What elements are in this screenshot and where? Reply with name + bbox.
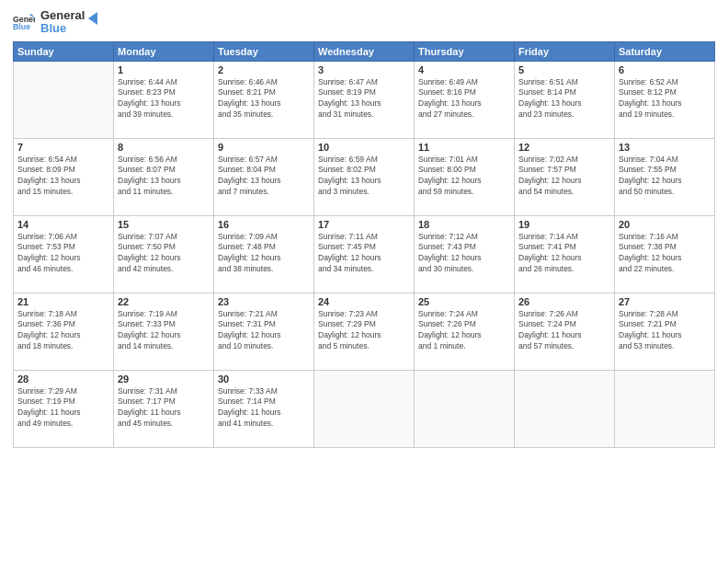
svg-marker-3 <box>88 12 97 25</box>
calendar-cell: 17Sunrise: 7:11 AM Sunset: 7:45 PM Dayli… <box>314 215 415 293</box>
day-number: 19 <box>518 219 610 230</box>
calendar-cell <box>515 370 615 447</box>
svg-text:Blue: Blue <box>13 23 30 32</box>
calendar-cell: 19Sunrise: 7:14 AM Sunset: 7:41 PM Dayli… <box>515 215 615 293</box>
calendar-cell <box>14 61 114 138</box>
calendar-cell: 18Sunrise: 7:12 AM Sunset: 7:43 PM Dayli… <box>415 215 515 293</box>
col-tuesday: Tuesday <box>214 41 314 61</box>
calendar-week-row: 7Sunrise: 6:54 AM Sunset: 8:09 PM Daylig… <box>14 138 715 215</box>
calendar-cell: 2Sunrise: 6:46 AM Sunset: 8:21 PM Daylig… <box>214 61 314 138</box>
calendar-cell: 24Sunrise: 7:23 AM Sunset: 7:29 PM Dayli… <box>314 293 415 370</box>
calendar-cell <box>415 370 515 447</box>
calendar-cell: 30Sunrise: 7:33 AM Sunset: 7:14 PM Dayli… <box>214 370 314 447</box>
day-number: 2 <box>218 64 310 75</box>
day-number: 22 <box>118 296 210 307</box>
logo-icon: General Blue <box>13 13 35 31</box>
day-number: 24 <box>318 296 410 307</box>
calendar-cell <box>314 370 415 447</box>
day-info: Sunrise: 7:33 AM Sunset: 7:14 PM Dayligh… <box>218 386 310 431</box>
day-info: Sunrise: 7:26 AM Sunset: 7:24 PM Dayligh… <box>518 309 610 353</box>
col-friday: Friday <box>515 41 615 61</box>
day-number: 23 <box>218 296 310 307</box>
day-info: Sunrise: 6:44 AM Sunset: 8:23 PM Dayligh… <box>118 77 210 121</box>
day-info: Sunrise: 7:31 AM Sunset: 7:17 PM Dayligh… <box>118 386 210 431</box>
calendar-cell: 16Sunrise: 7:09 AM Sunset: 7:48 PM Dayli… <box>214 215 314 293</box>
calendar-cell: 25Sunrise: 7:24 AM Sunset: 7:26 PM Dayli… <box>415 293 515 370</box>
day-number: 3 <box>318 64 410 75</box>
day-info: Sunrise: 7:24 AM Sunset: 7:26 PM Dayligh… <box>418 309 510 353</box>
day-number: 8 <box>118 142 210 153</box>
day-info: Sunrise: 6:59 AM Sunset: 8:02 PM Dayligh… <box>318 155 410 199</box>
logo: General Blue General Blue <box>13 9 101 36</box>
day-info: Sunrise: 7:01 AM Sunset: 8:00 PM Dayligh… <box>418 155 510 199</box>
day-info: Sunrise: 7:18 AM Sunset: 7:36 PM Dayligh… <box>17 309 109 353</box>
day-number: 27 <box>619 296 711 307</box>
calendar-cell: 21Sunrise: 7:18 AM Sunset: 7:36 PM Dayli… <box>14 293 114 370</box>
calendar-cell: 29Sunrise: 7:31 AM Sunset: 7:17 PM Dayli… <box>114 370 214 447</box>
day-info: Sunrise: 7:11 AM Sunset: 7:45 PM Dayligh… <box>318 232 410 276</box>
day-number: 18 <box>418 219 510 230</box>
col-monday: Monday <box>114 41 214 61</box>
day-info: Sunrise: 7:14 AM Sunset: 7:41 PM Dayligh… <box>518 232 610 276</box>
day-number: 25 <box>418 296 510 307</box>
day-number: 29 <box>118 373 210 385</box>
calendar-cell: 28Sunrise: 7:29 AM Sunset: 7:19 PM Dayli… <box>14 370 114 447</box>
day-info: Sunrise: 7:02 AM Sunset: 7:57 PM Dayligh… <box>518 155 610 199</box>
day-info: Sunrise: 7:19 AM Sunset: 7:33 PM Dayligh… <box>118 309 210 353</box>
day-info: Sunrise: 7:06 AM Sunset: 7:53 PM Dayligh… <box>17 232 109 276</box>
calendar-cell: 5Sunrise: 6:51 AM Sunset: 8:14 PM Daylig… <box>515 61 615 138</box>
day-info: Sunrise: 7:12 AM Sunset: 7:43 PM Dayligh… <box>418 232 510 276</box>
calendar-week-row: 1Sunrise: 6:44 AM Sunset: 8:23 PM Daylig… <box>14 61 715 138</box>
day-info: Sunrise: 7:21 AM Sunset: 7:31 PM Dayligh… <box>218 309 310 353</box>
day-number: 21 <box>17 296 109 307</box>
day-number: 9 <box>218 142 310 153</box>
logo-arrow-icon <box>85 10 101 27</box>
day-info: Sunrise: 7:04 AM Sunset: 7:55 PM Dayligh… <box>619 155 711 199</box>
day-number: 26 <box>518 296 610 307</box>
day-number: 15 <box>118 219 210 230</box>
calendar-cell: 20Sunrise: 7:16 AM Sunset: 7:38 PM Dayli… <box>615 215 715 293</box>
calendar-cell: 1Sunrise: 6:44 AM Sunset: 8:23 PM Daylig… <box>114 61 214 138</box>
day-number: 6 <box>619 64 711 75</box>
calendar-cell: 4Sunrise: 6:49 AM Sunset: 8:16 PM Daylig… <box>415 61 515 138</box>
calendar-cell: 23Sunrise: 7:21 AM Sunset: 7:31 PM Dayli… <box>214 293 314 370</box>
calendar-cell: 8Sunrise: 6:56 AM Sunset: 8:07 PM Daylig… <box>114 138 214 215</box>
calendar-week-row: 21Sunrise: 7:18 AM Sunset: 7:36 PM Dayli… <box>14 293 715 370</box>
day-info: Sunrise: 7:09 AM Sunset: 7:48 PM Dayligh… <box>218 232 310 276</box>
day-info: Sunrise: 7:28 AM Sunset: 7:21 PM Dayligh… <box>619 309 711 353</box>
page: General Blue General Blue Sunday Monday … <box>0 0 728 563</box>
calendar-cell: 12Sunrise: 7:02 AM Sunset: 7:57 PM Dayli… <box>515 138 615 215</box>
day-info: Sunrise: 6:56 AM Sunset: 8:07 PM Dayligh… <box>118 155 210 199</box>
calendar-week-row: 28Sunrise: 7:29 AM Sunset: 7:19 PM Dayli… <box>14 370 715 447</box>
day-info: Sunrise: 6:47 AM Sunset: 8:19 PM Dayligh… <box>318 77 410 121</box>
day-number: 7 <box>17 142 109 153</box>
calendar-cell <box>615 370 715 447</box>
calendar-cell: 15Sunrise: 7:07 AM Sunset: 7:50 PM Dayli… <box>114 215 214 293</box>
day-info: Sunrise: 7:29 AM Sunset: 7:19 PM Dayligh… <box>17 386 109 431</box>
day-info: Sunrise: 6:52 AM Sunset: 8:12 PM Dayligh… <box>619 77 711 121</box>
calendar-cell: 14Sunrise: 7:06 AM Sunset: 7:53 PM Dayli… <box>14 215 114 293</box>
day-info: Sunrise: 7:16 AM Sunset: 7:38 PM Dayligh… <box>619 232 711 276</box>
calendar-header-row: Sunday Monday Tuesday Wednesday Thursday… <box>14 41 715 61</box>
day-number: 12 <box>518 142 610 153</box>
col-sunday: Sunday <box>14 41 114 61</box>
header: General Blue General Blue <box>13 9 715 36</box>
logo-text-blue: Blue <box>40 22 85 35</box>
calendar-cell: 13Sunrise: 7:04 AM Sunset: 7:55 PM Dayli… <box>615 138 715 215</box>
calendar-cell: 3Sunrise: 6:47 AM Sunset: 8:19 PM Daylig… <box>314 61 415 138</box>
day-number: 10 <box>318 142 410 153</box>
calendar-week-row: 14Sunrise: 7:06 AM Sunset: 7:53 PM Dayli… <box>14 215 715 293</box>
day-number: 1 <box>118 64 210 75</box>
day-info: Sunrise: 7:23 AM Sunset: 7:29 PM Dayligh… <box>318 309 410 353</box>
day-number: 28 <box>17 373 109 385</box>
calendar-cell: 7Sunrise: 6:54 AM Sunset: 8:09 PM Daylig… <box>14 138 114 215</box>
day-info: Sunrise: 6:57 AM Sunset: 8:04 PM Dayligh… <box>218 155 310 199</box>
day-number: 11 <box>418 142 510 153</box>
calendar-cell: 9Sunrise: 6:57 AM Sunset: 8:04 PM Daylig… <box>214 138 314 215</box>
calendar-cell: 11Sunrise: 7:01 AM Sunset: 8:00 PM Dayli… <box>415 138 515 215</box>
logo-text-general: General <box>40 9 85 22</box>
day-info: Sunrise: 6:51 AM Sunset: 8:14 PM Dayligh… <box>518 77 610 121</box>
day-number: 5 <box>518 64 610 75</box>
calendar-cell: 6Sunrise: 6:52 AM Sunset: 8:12 PM Daylig… <box>615 61 715 138</box>
day-number: 17 <box>318 219 410 230</box>
